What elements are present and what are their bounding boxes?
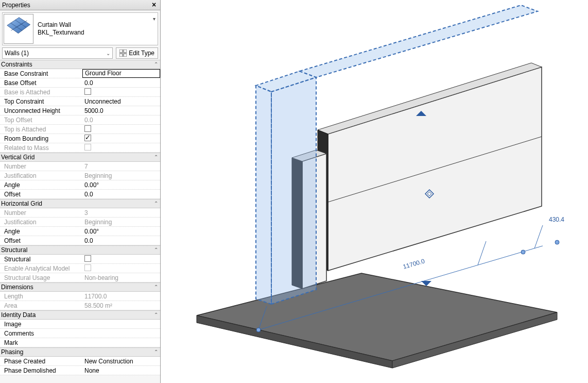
edit-type-label: Edit Type: [129, 49, 154, 57]
svg-rect-6: [124, 49, 127, 53]
prop-value[interactable]: Ground Floor: [82, 69, 160, 78]
group-structural[interactable]: Structural ⌃: [0, 245, 160, 255]
prop-label: Base Offset: [0, 79, 82, 87]
prop-label: Unconnected Height: [0, 107, 82, 114]
row-unconnected-height[interactable]: Unconnected Height 5000.0: [0, 106, 160, 115]
prop-value[interactable]: 0.00°: [82, 181, 160, 189]
prop-value[interactable]: New Construction: [82, 358, 160, 365]
row-base-offset[interactable]: Base Offset 0.0: [0, 78, 160, 88]
prop-check[interactable]: [82, 135, 160, 143]
prop-value: 3: [82, 209, 160, 217]
prop-label: Related to Mass: [0, 144, 82, 152]
prop-value: 0.0: [82, 116, 160, 124]
prop-label: Structural: [0, 256, 82, 263]
row-comments[interactable]: Comments: [0, 329, 160, 338]
type-selector[interactable]: Curtain Wall BKL_Texturwand ▾: [2, 12, 158, 45]
prop-value: 11700.0: [82, 293, 160, 300]
instance-filter-label: Walls (1): [5, 49, 29, 57]
row-top-constraint[interactable]: Top Constraint Unconnected: [0, 97, 160, 106]
edit-type-button[interactable]: Edit Type: [116, 47, 158, 59]
selected-wall-front[interactable]: [271, 77, 316, 304]
prop-label: Justification: [0, 219, 82, 226]
curtain-wall-icon: [4, 14, 33, 44]
selected-wall-side[interactable]: [256, 86, 271, 304]
row-vgrid-angle[interactable]: Angle 0.00°: [0, 180, 160, 190]
prop-value[interactable]: None: [82, 367, 160, 374]
svg-marker-0: [7, 18, 30, 34]
collapse-icon[interactable]: ⌃: [152, 347, 160, 357]
prop-value[interactable]: 0.0: [82, 79, 160, 87]
row-hgrid-offset[interactable]: Offset 0.0: [0, 236, 160, 245]
row-image[interactable]: Image: [0, 320, 160, 329]
row-vgrid-offset[interactable]: Offset 0.0: [0, 190, 160, 199]
prop-label: Offset: [0, 191, 82, 198]
row-phase-demolished[interactable]: Phase Demolished None: [0, 366, 160, 375]
family-name: Curtain Wall: [38, 21, 150, 29]
prop-label: Base Constraint: [0, 70, 82, 77]
collapse-icon[interactable]: ⌃: [152, 245, 160, 255]
group-label: Identity Data: [1, 310, 36, 320]
row-hgrid-number: Number 3: [0, 208, 160, 218]
prop-label: Enable Analytical Model: [0, 265, 82, 272]
prop-label: Base is Attached: [0, 89, 82, 96]
row-structural[interactable]: Structural: [0, 255, 160, 264]
row-hgrid-angle[interactable]: Angle 0.00°: [0, 227, 160, 236]
prop-value: 58.500 m²: [82, 302, 160, 309]
prop-check[interactable]: [82, 255, 160, 263]
chevron-down-icon[interactable]: ▾: [150, 16, 158, 22]
group-label: Horizontal Grid: [1, 199, 42, 208]
chevron-down-icon: ⌄: [106, 51, 110, 56]
row-area: Area 58.500 m²: [0, 301, 160, 310]
prop-label: Comments: [0, 330, 82, 337]
grip-handle[interactable]: [256, 328, 261, 332]
svg-rect-5: [119, 49, 123, 53]
group-vertical-grid[interactable]: Vertical Grid ⌃: [0, 153, 160, 162]
row-vgrid-just: Justification Beginning: [0, 171, 160, 180]
grip-handle[interactable]: [555, 240, 559, 244]
group-constraints[interactable]: Constraints ⌃: [0, 60, 160, 69]
group-label: Vertical Grid: [1, 153, 34, 162]
prop-value: Beginning: [82, 172, 160, 179]
prop-label: Justification: [0, 172, 82, 179]
type-labels: Curtain Wall BKL_Texturwand: [34, 21, 150, 37]
group-label: Structural: [1, 245, 27, 255]
collapse-icon[interactable]: ⌃: [152, 310, 160, 320]
temp-dim-witness: [534, 225, 543, 248]
group-phasing[interactable]: Phasing ⌃: [0, 347, 160, 357]
prop-value[interactable]: 0.00°: [82, 228, 160, 235]
row-phase-created[interactable]: Phase Created New Construction: [0, 357, 160, 366]
row-room-bounding[interactable]: Room Bounding: [0, 134, 160, 143]
group-label: Dimensions: [1, 282, 33, 292]
model-3d: [161, 0, 588, 383]
collapse-icon[interactable]: ⌃: [152, 60, 160, 69]
instance-filter-select[interactable]: Walls (1) ⌄: [2, 47, 113, 59]
properties-panel: Properties ×: [0, 0, 161, 383]
group-horizontal-grid[interactable]: Horizontal Grid ⌃: [0, 199, 160, 208]
collapse-icon[interactable]: ⌃: [152, 153, 160, 162]
collapse-icon[interactable]: ⌃: [152, 282, 160, 292]
prop-value[interactable]: 0.0: [82, 237, 160, 244]
3d-viewport[interactable]: 11700.0 430.4: [161, 0, 588, 383]
close-icon[interactable]: ×: [150, 1, 158, 9]
prop-label: Top is Attached: [0, 126, 82, 133]
prop-value[interactable]: 5000.0: [82, 107, 160, 114]
selected-wall-top-long[interactable]: [300, 5, 538, 77]
group-dimensions[interactable]: Dimensions ⌃: [0, 282, 160, 292]
prop-value[interactable]: Unconnected: [82, 98, 160, 105]
panel-title: Properties: [2, 2, 150, 9]
group-identity[interactable]: Identity Data ⌃: [0, 310, 160, 320]
svg-rect-7: [119, 54, 123, 57]
slab-top: [197, 273, 557, 361]
collapse-icon[interactable]: ⌃: [152, 199, 160, 208]
prop-check: [82, 125, 160, 134]
prop-label: Mark: [0, 339, 82, 346]
temp-dimension[interactable]: 430.4: [548, 216, 565, 223]
prop-value[interactable]: 0.0: [82, 191, 160, 198]
row-base-constraint[interactable]: Base Constraint Ground Floor: [0, 69, 160, 78]
row-mark[interactable]: Mark: [0, 338, 160, 347]
prop-check: [82, 88, 160, 96]
grip-handle[interactable]: [521, 250, 525, 254]
prop-label: Area: [0, 302, 82, 309]
prop-label: Angle: [0, 228, 82, 235]
prop-label: Room Bounding: [0, 135, 82, 142]
